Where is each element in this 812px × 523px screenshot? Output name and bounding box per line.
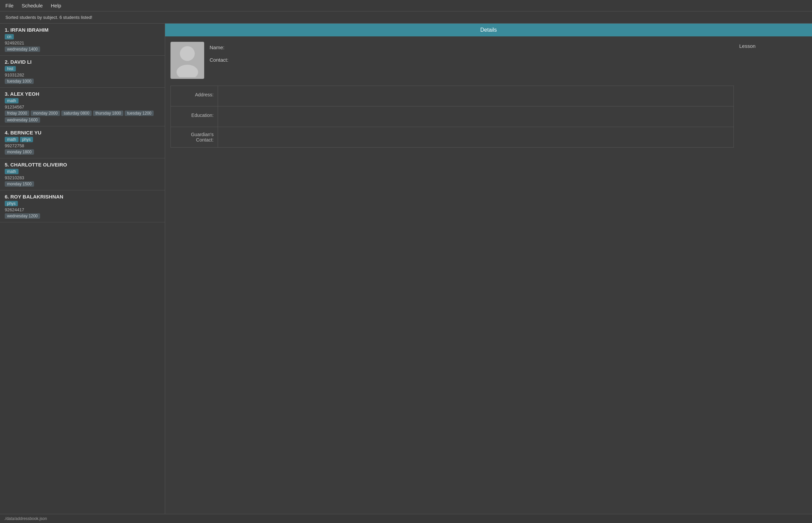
avatar <box>170 42 204 79</box>
schedule-tag: monday 2000 <box>31 110 60 116</box>
student-subject-tags: cn <box>5 34 160 39</box>
student-name: 5. CHARLOTTE OLIVEIRO <box>5 162 160 167</box>
student-item[interactable]: 2. DAVID LIhist91031282tuesday 1000 <box>0 56 165 88</box>
menu-file[interactable]: File <box>5 3 14 8</box>
svg-point-1 <box>177 65 198 77</box>
student-schedule-tags: wednesday 1200 <box>5 213 160 219</box>
footer-path: ./data/addressbook.json <box>4 516 47 521</box>
svg-point-0 <box>180 46 195 61</box>
address-value <box>218 86 734 106</box>
student-subject-tags: mathphys <box>5 137 160 142</box>
guardian-value <box>218 127 734 147</box>
subject-tag: phys <box>20 137 33 142</box>
avatar-icon <box>174 43 201 77</box>
main-content: 1. IRFAN IBRAHIMcn92492021wednesday 1400… <box>0 23 812 514</box>
student-schedule-tags: monday 1500 <box>5 181 160 187</box>
contact-field: Contact: <box>209 57 228 63</box>
schedule-tag: saturday 0800 <box>61 110 92 116</box>
schedule-tag: wednesday 1400 <box>5 47 40 52</box>
student-phone: 91031282 <box>5 72 160 77</box>
details-header: Details <box>165 23 812 36</box>
schedule-tag: wednesday 1200 <box>5 213 40 219</box>
student-phone: 93210283 <box>5 175 160 180</box>
schedule-tag: monday 1500 <box>5 181 34 187</box>
student-phone: 99272758 <box>5 143 160 148</box>
menu-help[interactable]: Help <box>51 3 61 8</box>
student-schedule-tags: monday 1800 <box>5 149 160 155</box>
footer: ./data/addressbook.json <box>0 514 812 523</box>
details-body: Name: Contact: Address: Education: <box>165 36 812 514</box>
student-schedule-tags: friday 2000monday 2000saturday 0800thurs… <box>5 110 160 123</box>
schedule-tag: wednesday 1600 <box>5 117 40 123</box>
student-item[interactable]: 1. IRFAN IBRAHIMcn92492021wednesday 1400 <box>0 23 165 56</box>
detail-grid: Address: Education: Guardian's Contact: <box>170 86 734 148</box>
schedule-tag: thursday 1800 <box>93 110 123 116</box>
student-item[interactable]: 6. ROY BALAKRISHNANphys92624417wednesday… <box>0 191 165 222</box>
menubar: File Schedule Help <box>0 0 812 12</box>
subject-tag: math <box>5 137 19 142</box>
address-row: Address: <box>171 86 734 107</box>
student-phone: 91234567 <box>5 105 160 109</box>
subject-tag: cn <box>5 34 14 39</box>
student-schedule-tags: wednesday 1400 <box>5 47 160 52</box>
student-phone: 92624417 <box>5 207 160 212</box>
profile-section: Name: Contact: <box>170 42 734 79</box>
address-label: Address: <box>171 86 218 106</box>
schedule-tag: friday 2000 <box>5 110 29 116</box>
student-name: 2. DAVID LI <box>5 59 160 65</box>
menu-schedule[interactable]: Schedule <box>22 3 43 8</box>
student-name: 3. ALEX YEOH <box>5 91 160 97</box>
details-panel: Details Name: <box>165 23 812 514</box>
details-title: Details <box>480 27 497 33</box>
student-subject-tags: math <box>5 169 160 174</box>
guardian-row: Guardian's Contact: <box>171 127 734 147</box>
education-value <box>218 107 734 127</box>
name-contact-fields: Name: Contact: <box>209 42 228 63</box>
status-bar: Sorted students by subject. 6 students l… <box>0 12 812 23</box>
name-field: Name: <box>209 44 228 50</box>
details-right: Lesson <box>739 42 807 508</box>
student-subject-tags: phys <box>5 201 160 206</box>
subject-tag: hist <box>5 66 16 71</box>
lesson-label: Lesson <box>739 43 755 49</box>
student-name: 1. IRFAN IBRAHIM <box>5 27 160 33</box>
subject-tag: math <box>5 169 19 174</box>
schedule-tag: tuesday 1000 <box>5 78 34 84</box>
details-left: Name: Contact: Address: Education: <box>170 42 734 508</box>
education-label: Education: <box>171 107 218 127</box>
subject-tag: math <box>5 98 19 104</box>
student-subject-tags: math <box>5 98 160 104</box>
student-item[interactable]: 3. ALEX YEOHmath91234567friday 2000monda… <box>0 88 165 126</box>
student-phone: 92492021 <box>5 40 160 46</box>
student-item[interactable]: 4. BERNICE YUmathphys99272758monday 1800 <box>0 126 165 158</box>
student-name: 4. BERNICE YU <box>5 130 160 136</box>
student-list: 1. IRFAN IBRAHIMcn92492021wednesday 1400… <box>0 23 165 514</box>
student-subject-tags: hist <box>5 66 160 71</box>
education-row: Education: <box>171 107 734 127</box>
schedule-tag: monday 1800 <box>5 149 34 155</box>
student-schedule-tags: tuesday 1000 <box>5 78 160 84</box>
student-name: 6. ROY BALAKRISHNAN <box>5 194 160 199</box>
status-message: Sorted students by subject. 6 students l… <box>5 15 92 20</box>
schedule-tag: tuesday 1200 <box>125 110 154 116</box>
guardian-label: Guardian's Contact: <box>171 127 218 147</box>
student-item[interactable]: 5. CHARLOTTE OLIVEIROmath93210283monday … <box>0 158 165 191</box>
subject-tag: phys <box>5 201 18 206</box>
